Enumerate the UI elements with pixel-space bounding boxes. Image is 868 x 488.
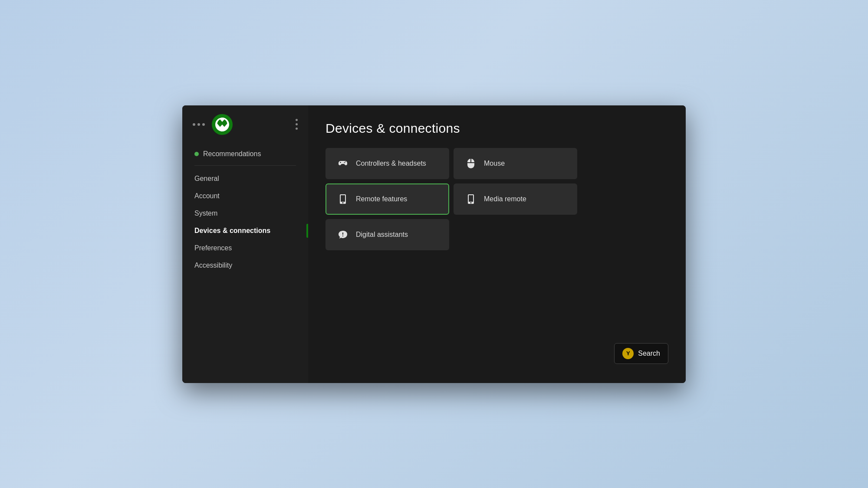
media-remote-icon [465,193,477,205]
sidebar-item-account[interactable]: Account [182,187,308,205]
menu-dot-3 [296,128,298,130]
sidebar-nav: Recommendations General Account System D… [182,142,308,278]
sidebar-item-accessibility[interactable]: Accessibility [182,257,308,274]
page-title: Devices & connections [326,121,668,136]
grid-item-remote-features[interactable]: Remote features [326,183,449,215]
sidebar-item-devices[interactable]: Devices & connections [182,222,308,239]
grid-item-controllers[interactable]: Controllers & headsets [326,148,449,179]
sidebar: Recommendations General Account System D… [182,105,308,383]
sidebar-item-preferences[interactable]: Preferences [182,239,308,257]
dot-1 [193,123,195,126]
recommendations-dot [194,152,199,156]
digital-assistants-label: Digital assistants [356,231,408,239]
menu-dots[interactable] [296,119,298,130]
main-content: Devices & connections Controllers & head… [308,105,686,383]
dot-3 [202,123,205,126]
mouse-icon [465,157,477,170]
search-button[interactable]: Y Search [614,343,668,364]
controller-icon [337,157,349,170]
assistant-icon [337,229,349,241]
remote-icon [337,193,349,205]
mouse-label: Mouse [484,160,505,167]
controllers-label: Controllers & headsets [356,160,426,167]
menu-dot-2 [296,123,298,125]
grid-item-digital-assistants[interactable]: Digital assistants [326,219,449,250]
dot-2 [197,123,200,126]
grid-item-mouse[interactable]: Mouse [454,148,577,179]
sidebar-item-recommendations[interactable]: Recommendations [182,145,308,163]
settings-window: Recommendations General Account System D… [182,105,686,383]
devices-grid: Controllers & headsets Mouse Remot [326,148,577,250]
search-label: Search [638,350,660,357]
sidebar-item-general[interactable]: General [182,170,308,187]
sidebar-item-system[interactable]: System [182,205,308,222]
sidebar-header [182,105,308,142]
xbox-logo [212,114,233,135]
nav-separator [194,165,296,166]
dots-menu [193,123,205,126]
media-remote-label: Media remote [484,195,526,203]
grid-item-media-remote[interactable]: Media remote [454,183,577,215]
remote-features-label: Remote features [356,195,407,203]
y-button-icon: Y [622,348,634,359]
menu-dot-1 [296,119,298,121]
